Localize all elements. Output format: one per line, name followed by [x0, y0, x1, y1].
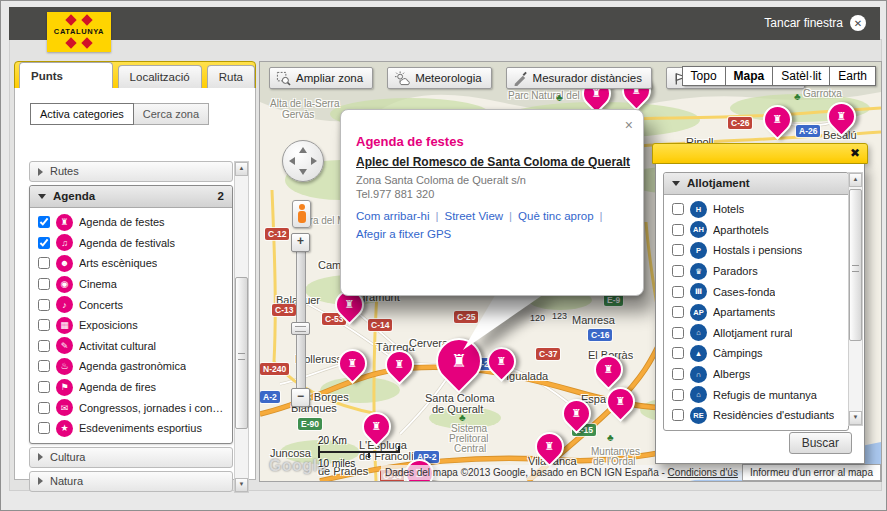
map-type-satel-lit[interactable]: Satèl·lit [772, 66, 830, 86]
ampliar-zona-button[interactable]: Ampliar zona [269, 67, 373, 89]
allotjament-checkbox-refugis-de-muntanya[interactable] [672, 389, 684, 401]
map-type-mapa[interactable]: Mapa [725, 66, 774, 86]
allotjament-row-cases-fonda[interactable]: ⅢCases-fonda [666, 281, 848, 302]
agenda-checkbox-esdeveniments-esportius[interactable] [38, 422, 50, 434]
map-attribution: Dades del mapa ©2013 Google, basado en B… [381, 464, 881, 481]
map-pan-control[interactable] [282, 140, 324, 182]
popup-link-afegir-a-fitxer-gps[interactable]: Afegir a fitxer GPS [356, 228, 451, 240]
allotjament-checkbox-residencies-d-estudiants[interactable] [672, 409, 684, 421]
panel-body: Allotjament HHotelsAHAparthotelsPHostals… [655, 164, 865, 464]
zoom-out-button[interactable]: − [291, 388, 310, 407]
pan-left-icon[interactable] [289, 157, 295, 165]
allotjament-checkbox-aparthotels[interactable] [672, 224, 684, 236]
allotjament-checkbox-campings[interactable] [672, 347, 684, 359]
scroll-up-icon[interactable]: ▲ [849, 173, 862, 187]
allotjament-checkbox-albergs[interactable] [672, 368, 684, 380]
buscar-button[interactable]: Buscar [789, 432, 852, 454]
allotjament-checkbox-allotjament-rural[interactable] [672, 327, 684, 339]
pan-right-icon[interactable] [311, 157, 317, 165]
tab-localitzacio[interactable]: Localització [118, 65, 202, 89]
pan-up-icon[interactable] [299, 147, 307, 153]
agenda-checkbox-activitat-cultural[interactable] [38, 340, 50, 352]
search-zone-button[interactable]: Cerca zona [134, 103, 209, 125]
allotjament-header[interactable]: Allotjament [664, 173, 848, 195]
agenda-row-concerts[interactable]: ♪Concerts [32, 294, 232, 315]
accommodation-panel: ✖ Allotjament HHotelsAHAparthotelsPHosta… [652, 143, 868, 464]
popup-link-que-tinc-aprop[interactable]: Què tinc aprop [518, 210, 593, 222]
chevron-right-icon [38, 477, 43, 485]
agenda-checkbox-concerts[interactable] [38, 299, 50, 311]
street-view-pegman[interactable] [292, 200, 311, 228]
panel-close-icon[interactable]: ✖ [850, 146, 860, 160]
sidebar-scrollbar[interactable]: ▲ ▼ [234, 161, 249, 493]
agenda-checkbox-agenda-de-festivals[interactable] [38, 237, 50, 249]
mesurador-distancies-button[interactable]: Mesurador distàncies [506, 67, 652, 89]
allotjament-checkbox-hotels[interactable] [672, 203, 684, 215]
scroll-down-icon[interactable]: ▼ [849, 411, 862, 425]
meteorologia-button[interactable]: Meteorologia [387, 67, 491, 89]
allotjament-row-campings[interactable]: ▲Càmpings [666, 343, 848, 364]
section-natura[interactable]: Natura [29, 471, 233, 492]
allotjament-checkbox-hostals-i-pensions[interactable] [672, 244, 684, 256]
chevron-right-icon [38, 168, 43, 176]
tab-punts-d-interes[interactable]: Punts d'interès [19, 62, 113, 89]
agenda-row-agenda-de-fires[interactable]: ⚑Agenda de fires [32, 377, 232, 398]
agenda-row-agenda-de-festivals[interactable]: ♫Agenda de festivals [32, 233, 232, 254]
close-window-icon[interactable]: ✕ [850, 15, 866, 31]
allotjament-checkbox-cases-fonda[interactable] [672, 286, 684, 298]
popup-title-link[interactable]: Aplec del Romesco de Santa Coloma de Que… [356, 155, 630, 169]
agenda-checkbox-agenda-de-festes[interactable] [38, 216, 50, 228]
scroll-up-icon[interactable]: ▲ [235, 162, 248, 176]
allotjament-row-apartaments[interactable]: APApartaments [666, 302, 848, 323]
activate-categories-button[interactable]: Activa categories [30, 103, 134, 125]
allotjament-checkbox-apartaments[interactable] [672, 306, 684, 318]
agenda-checkbox-agenda-de-fires[interactable] [38, 381, 50, 393]
scroll-down-icon[interactable]: ▼ [235, 478, 248, 492]
popup-link-separator: | [509, 210, 512, 222]
arts-esceniques-icon: ☻ [56, 255, 73, 272]
agenda-checkbox-exposicions[interactable] [38, 319, 50, 331]
allotjament-row-residencies-d-estudiants[interactable]: REResidències d'estudiants [666, 405, 848, 426]
agenda-row-exposicions[interactable]: ▦Exposicions [32, 315, 232, 336]
allotjament-row-hotels[interactable]: HHotels [666, 199, 848, 220]
zoom-slider-track[interactable] [296, 250, 306, 390]
agenda-checkbox-congressos-jornades-i-conferen[interactable] [38, 402, 50, 414]
map-type-topo[interactable]: Topo [682, 66, 726, 86]
agenda-row-agenda-de-festes[interactable]: ♜Agenda de festes [32, 212, 232, 233]
allotjament-row-hostals-i-pensions[interactable]: PHostals i pensions [666, 240, 848, 261]
allotjament-checkbox-paradors[interactable] [672, 265, 684, 277]
map-canvas[interactable]: Parc Natural delAlta de la-SerraGervàsGa… [259, 61, 882, 482]
tree-icon: ♣ [794, 91, 801, 102]
report-map-error-button[interactable]: Informeu d'un error al mapa [742, 464, 881, 481]
allotjament-row-albergs[interactable]: ∩Albergs [666, 364, 848, 385]
popup-link-com-arribar-hi[interactable]: Com arribar-hi [356, 210, 430, 222]
agenda-row-cinema[interactable]: ◉Cinema [32, 274, 232, 295]
agenda-row-activitat-cultural[interactable]: ✎Activitat cultural [32, 336, 232, 357]
section-agenda-header[interactable]: Agenda 2 [30, 186, 232, 208]
agenda-row-arts-esceniques[interactable]: ☻Arts escèniques [32, 253, 232, 274]
agenda-row-agenda-gastronomica[interactable]: ♨Agenda gastronòmica [32, 356, 232, 377]
allotjament-row-aparthotels[interactable]: AHAparthotels [666, 220, 848, 241]
allotjament-row-paradors[interactable]: ♛Paradors [666, 261, 848, 282]
map-type-earth[interactable]: Earth [829, 66, 876, 86]
popup-link-street-view[interactable]: Street View [445, 210, 504, 222]
popup-close-icon[interactable]: × [625, 117, 633, 133]
scrollbar-thumb[interactable] [849, 189, 862, 341]
zoom-in-button[interactable]: + [291, 233, 310, 252]
agenda-checkbox-cinema[interactable] [38, 278, 50, 290]
panel-scrollbar[interactable]: ▲ ▼ [848, 172, 863, 426]
condicions-dus-link[interactable]: Condicions d'ús [668, 467, 738, 478]
tab-ruta[interactable]: Ruta [207, 65, 255, 89]
agenda-checkbox-arts-esceniques[interactable] [38, 257, 50, 269]
section-cultura[interactable]: Cultura [29, 447, 233, 468]
section-rutes[interactable]: Rutes [29, 161, 233, 182]
agenda-checkbox-agenda-gastronomica[interactable] [38, 360, 50, 372]
agenda-row-esdeveniments-esportius[interactable]: ★Esdeveniments esportius [32, 418, 232, 439]
zoom-slider-handle[interactable] [291, 322, 310, 335]
scrollbar-thumb[interactable] [235, 277, 248, 429]
pan-down-icon[interactable] [299, 169, 307, 175]
close-window-button[interactable]: Tancar finestra ✕ [764, 15, 866, 31]
allotjament-row-refugis-de-muntanya[interactable]: ⌂Refugis de muntanya [666, 384, 848, 405]
allotjament-row-allotjament-rural[interactable]: ⌂Allotjament rural [666, 323, 848, 344]
agenda-row-congressos-jornades-i-conferen[interactable]: ✉Congressos, jornades i conferèn... [32, 397, 232, 418]
